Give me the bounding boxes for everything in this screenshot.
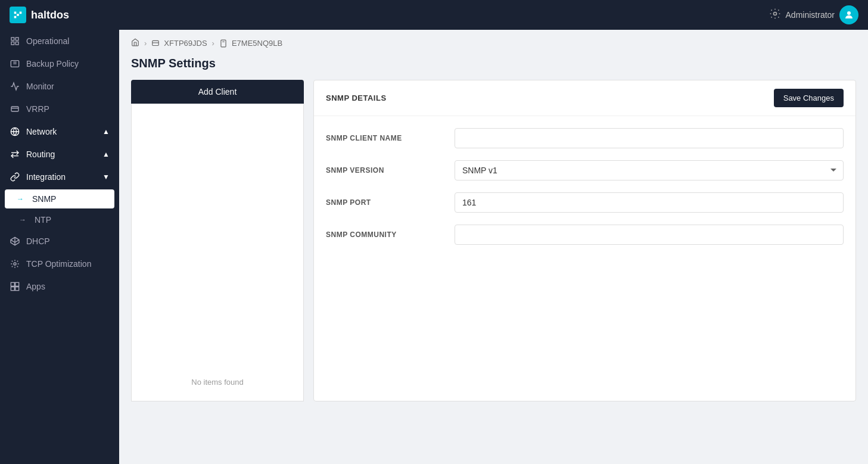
vrrp-icon — [10, 104, 20, 114]
sidebar-item-dhcp[interactable]: DHCP — [0, 230, 119, 253]
routing-arrow: ▲ — [102, 150, 110, 158]
svg-rect-4 — [11, 42, 14, 45]
apps-icon — [10, 281, 20, 292]
sidebar-label-backup-policy: Backup Policy — [26, 59, 79, 68]
app-header: haltdos Administrator — [0, 0, 868, 30]
sidebar-item-integration[interactable]: Integration ▼ — [0, 166, 119, 188]
svg-rect-5 — [15, 42, 18, 45]
user-name: Administrator — [786, 10, 835, 20]
sidebar-item-operational[interactable]: Operational — [0, 30, 119, 52]
dhcp-icon — [10, 236, 20, 247]
svg-rect-16 — [11, 287, 14, 291]
breadcrumb-sub-device[interactable]: E7ME5NQ9LB — [219, 39, 282, 48]
form-row-client-name: SNMP CLIENT NAME — [326, 128, 844, 148]
add-client-button[interactable]: Add Client — [131, 80, 304, 104]
svg-point-1 — [847, 11, 851, 15]
sidebar-item-backup-policy[interactable]: Backup Policy — [0, 52, 119, 75]
form-row-port: SNMP PORT — [326, 192, 844, 213]
grid-icon — [10, 36, 20, 46]
svg-point-13 — [14, 263, 16, 265]
right-panel: SNMP DETAILS Save Changes SNMP CLIENT NA… — [313, 80, 856, 401]
integration-icon — [10, 172, 20, 182]
sidebar-label-dhcp: DHCP — [26, 236, 50, 246]
form-body: SNMP CLIENT NAME SNMP VERSION SNMP v1 SN… — [314, 116, 855, 257]
sidebar-label-monitor: Monitor — [26, 82, 54, 91]
sub-arrow-ntp: → — [19, 216, 26, 224]
sidebar-label-vrrp: VRRP — [26, 104, 49, 114]
sidebar-sub-label-snmp: SNMP — [32, 194, 56, 204]
routing-icon — [10, 149, 20, 160]
sidebar-label-network: Network — [26, 127, 57, 136]
clients-list: No items found — [131, 104, 304, 401]
sidebar-item-apps[interactable]: Apps — [0, 275, 119, 298]
breadcrumb-sub-device-label: E7ME5NQ9LB — [232, 39, 282, 48]
settings-icon[interactable] — [769, 8, 781, 22]
sidebar-item-tcp-optimization[interactable]: TCP Optimization — [0, 253, 119, 275]
logo[interactable]: haltdos — [10, 7, 69, 23]
tcp-icon — [10, 259, 20, 269]
logo-icon — [10, 7, 26, 23]
main-content: › XFTP69JDS › E7ME5NQ9LB SNMP Settings A… — [119, 30, 868, 464]
panel-header: SNMP DETAILS Save Changes — [314, 80, 855, 116]
breadcrumb-sep-2: › — [212, 39, 214, 48]
breadcrumb-device-label: XFTP69JDS — [164, 39, 207, 48]
svg-rect-15 — [15, 282, 19, 286]
breadcrumb-home[interactable] — [131, 38, 139, 48]
sidebar-label-operational: Operational — [26, 36, 69, 46]
sidebar: Operational Backup Policy Monitor — [0, 30, 119, 464]
sub-arrow-snmp: → — [17, 195, 24, 203]
svg-rect-17 — [15, 287, 19, 291]
sidebar-label-routing: Routing — [26, 150, 55, 159]
page-title: SNMP Settings — [119, 57, 868, 80]
sidebar-sub-label-ntp: NTP — [35, 215, 51, 225]
sidebar-label-integration: Integration — [26, 172, 66, 182]
sidebar-item-monitor[interactable]: Monitor — [0, 75, 119, 98]
input-client-name[interactable] — [455, 128, 844, 148]
logo-text: haltdos — [31, 9, 69, 21]
label-version: SNMP VERSION — [326, 166, 445, 175]
label-port: SNMP PORT — [326, 198, 445, 207]
svg-rect-14 — [11, 282, 14, 286]
breadcrumb-sep-1: › — [144, 39, 147, 48]
svg-point-0 — [773, 13, 776, 15]
left-panel: Add Client No items found — [131, 80, 304, 401]
integration-arrow: ▼ — [102, 173, 110, 181]
form-row-community: SNMP COMMUNITY — [326, 225, 844, 245]
breadcrumb-device[interactable]: XFTP69JDS — [151, 39, 207, 48]
form-row-version: SNMP VERSION SNMP v1 SNMP v2c SNMP v3 — [326, 160, 844, 180]
input-community[interactable] — [455, 225, 844, 245]
input-port[interactable] — [455, 192, 844, 213]
no-items-label: No items found — [184, 370, 250, 394]
sidebar-label-tcp: TCP Optimization — [26, 259, 91, 269]
home-icon — [131, 38, 139, 48]
svg-rect-2 — [11, 38, 14, 41]
header-right: Administrator — [769, 5, 858, 24]
svg-rect-20 — [221, 40, 226, 47]
label-community: SNMP COMMUNITY — [326, 231, 445, 239]
sidebar-sub-item-snmp[interactable]: → SNMP — [5, 189, 114, 208]
backup-icon — [10, 58, 20, 69]
app-body: Operational Backup Policy Monitor — [0, 30, 868, 464]
sidebar-item-routing[interactable]: Routing ▲ — [0, 143, 119, 166]
avatar — [839, 5, 858, 24]
breadcrumb: › XFTP69JDS › E7ME5NQ9LB — [119, 30, 868, 57]
user-info[interactable]: Administrator — [786, 5, 858, 24]
network-arrow: ▲ — [102, 127, 110, 136]
chart-icon — [10, 81, 20, 92]
sidebar-item-network[interactable]: Network ▲ — [0, 120, 119, 143]
select-version[interactable]: SNMP v1 SNMP v2c SNMP v3 — [455, 160, 844, 180]
sidebar-item-vrrp[interactable]: VRRP — [0, 98, 119, 120]
label-client-name: SNMP CLIENT NAME — [326, 134, 445, 142]
svg-rect-18 — [153, 41, 159, 45]
sidebar-label-apps: Apps — [26, 282, 45, 291]
sidebar-sub-item-ntp[interactable]: → NTP — [0, 210, 119, 230]
save-changes-button[interactable]: Save Changes — [774, 89, 844, 107]
svg-rect-9 — [11, 107, 18, 111]
content-area: Add Client No items found SNMP DETAILS S… — [119, 80, 868, 413]
svg-rect-3 — [15, 38, 18, 41]
panel-title: SNMP DETAILS — [326, 94, 387, 102]
network-icon — [10, 126, 20, 137]
